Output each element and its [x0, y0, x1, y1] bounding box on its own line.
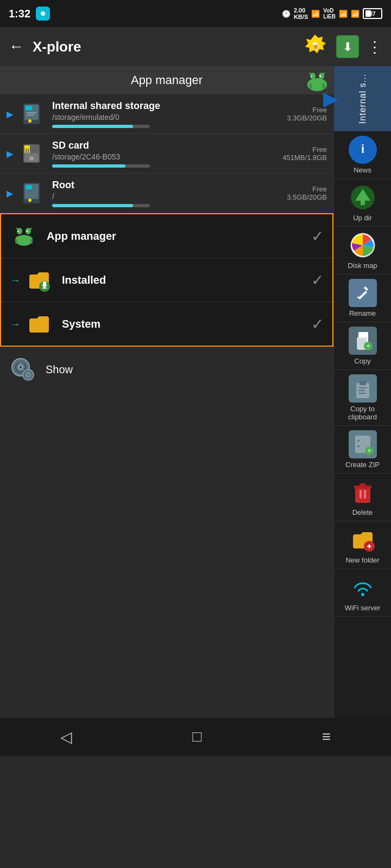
- menu-item-installed[interactable]: → Installed ✓: [1, 258, 332, 302]
- beer-icon[interactable]: 🍺: [302, 34, 328, 60]
- newfolder-icon: [349, 526, 377, 554]
- menu-item-appmanager[interactable]: App manager ✓: [1, 214, 332, 258]
- svg-rect-89: [360, 490, 362, 499]
- storage-item-sdcard[interactable]: ▶ SD card /storage/2C46-B053: [0, 134, 333, 174]
- svg-rect-81: [357, 443, 360, 444]
- root-path: /: [52, 192, 287, 201]
- svg-text:⬇: ⬇: [343, 40, 352, 54]
- back-button[interactable]: ←: [9, 38, 24, 55]
- signal-icon: 📶: [339, 10, 348, 18]
- nav-back-button[interactable]: ◁: [60, 728, 72, 746]
- android-menu-icon: [10, 222, 38, 250]
- data-speed: 2.00KB/S: [294, 7, 308, 20]
- svg-rect-43: [30, 239, 33, 244]
- svg-point-94: [361, 593, 364, 596]
- svg-rect-93: [369, 544, 370, 548]
- battery-icon: 37: [363, 8, 382, 19]
- delete-label: Delete: [352, 508, 373, 516]
- system-checkmark: ✓: [311, 315, 324, 333]
- svg-text:+: +: [367, 447, 371, 455]
- svg-point-29: [29, 156, 34, 161]
- copy-icon: +: [349, 327, 377, 355]
- nav-home-button[interactable]: □: [192, 728, 201, 745]
- svg-rect-35: [15, 236, 33, 244]
- svg-rect-32: [26, 185, 32, 189]
- wifi-server-label: WiFi server: [345, 604, 381, 612]
- internal-tab[interactable]: ▶ Internal s...: [334, 66, 391, 131]
- sdcard-name: SD card: [52, 140, 282, 151]
- createzip-label: Create ZIP: [345, 461, 380, 469]
- appmanager-checkmark: ✓: [311, 227, 324, 245]
- sdcard-info: SD card /storage/2C46-B053: [52, 140, 282, 168]
- app-title: X-plore: [33, 39, 293, 55]
- internal-storage-name: Internal shared storage: [52, 100, 287, 112]
- newfolder-label: New folder: [345, 556, 379, 564]
- svg-rect-86: [355, 488, 370, 503]
- main-panel: App manager ▶: [0, 66, 333, 718]
- signal-icon2: 📶: [351, 10, 360, 18]
- sdcard-icon: [17, 139, 46, 168]
- status-icons: 🕐 2.00KB/S 📶 VoDLiEB 📶 📶 37: [282, 7, 382, 20]
- installed-checkmark: ✓: [311, 271, 324, 289]
- storage-item-internal[interactable]: ▶ Internal shared storage /storage/emula…: [0, 94, 333, 134]
- svg-rect-83: [357, 448, 360, 450]
- diskmap-icon: [349, 231, 377, 259]
- updir-icon: [349, 183, 377, 212]
- svg-rect-48: [43, 282, 46, 286]
- show-item[interactable]: Show: [0, 347, 333, 392]
- news-icon: i: [349, 136, 377, 164]
- sidebar-btn-wifi[interactable]: WiFi server: [334, 569, 391, 617]
- system-arrow: →: [10, 318, 21, 330]
- status-time: 1:32: [9, 8, 30, 20]
- sidebar-btn-copy[interactable]: + Copy: [334, 322, 391, 370]
- menu-box: App manager ✓ →: [0, 213, 333, 347]
- app-manager-title: App manager: [131, 73, 203, 87]
- menu-item-system[interactable]: → System ✓: [1, 302, 332, 346]
- svg-point-39: [27, 231, 28, 232]
- content-area: App manager ▶: [0, 66, 391, 718]
- more-options-icon[interactable]: ⋮: [367, 38, 382, 56]
- internal-storage-progress: [52, 125, 150, 128]
- installed-arrow: →: [10, 274, 21, 286]
- copy-label: Copy: [354, 357, 370, 365]
- sidebar-btn-clipboard[interactable]: Copy to clipboard: [334, 370, 391, 426]
- svg-rect-22: [27, 114, 34, 116]
- svg-rect-61: [361, 201, 365, 205]
- menu-appmanager-label: App manager: [47, 230, 311, 242]
- expand-arrow-root: ▶: [7, 188, 13, 199]
- sidebar-btn-news[interactable]: i News: [334, 131, 391, 179]
- show-icon: [9, 355, 37, 384]
- sidebar-btn-updir[interactable]: Up dir: [334, 179, 391, 227]
- internal-storage-icon: [17, 100, 46, 128]
- svg-text:+: +: [366, 342, 370, 350]
- status-bar: 1:32 🕐 2.00KB/S 📶 VoDLiEB 📶 📶 37: [0, 0, 391, 27]
- storage-item-root[interactable]: ▶ Root / Free 3.5GB/20GB: [0, 174, 333, 213]
- sidebar-btn-createzip[interactable]: + Create ZIP: [334, 426, 391, 474]
- app-header: ← X-plore 🍺 ⬇ ⋮: [0, 27, 391, 66]
- app-icon: [36, 7, 50, 21]
- download-icon[interactable]: ⬇: [335, 34, 361, 60]
- sidebar-btn-diskmap[interactable]: Disk map: [334, 227, 391, 275]
- svg-rect-88: [360, 483, 366, 487]
- menu-installed-label: Installed: [62, 274, 311, 286]
- sidebar-btn-delete[interactable]: Delete: [334, 474, 391, 521]
- show-label: Show: [46, 363, 73, 376]
- internal-storage-info: Internal shared storage /storage/emulate…: [52, 100, 287, 128]
- svg-point-33: [28, 199, 31, 202]
- sdcard-progress: [52, 164, 150, 168]
- nav-menu-button[interactable]: ≡: [322, 728, 331, 745]
- alarm-icon: 🕐: [282, 10, 291, 18]
- internal-storage-free: Free 3.3GB/20GB: [287, 106, 327, 122]
- right-sidebar: ▶ Internal s... i News: [333, 66, 391, 718]
- bottom-navigation: ◁ □ ≡: [0, 718, 391, 756]
- sdcard-free: Free 451MB/1.8GB: [282, 145, 327, 162]
- svg-point-52: [20, 366, 22, 368]
- updir-label: Up dir: [353, 214, 372, 222]
- svg-text:i: i: [361, 142, 364, 156]
- svg-rect-26: [27, 145, 28, 153]
- clipboard-icon: [349, 374, 377, 403]
- sidebar-btn-rename[interactable]: Rename: [334, 275, 391, 322]
- sidebar-btn-newfolder[interactable]: New folder: [334, 521, 391, 569]
- root-info: Root /: [52, 180, 287, 207]
- wifi-server-icon: [349, 573, 377, 602]
